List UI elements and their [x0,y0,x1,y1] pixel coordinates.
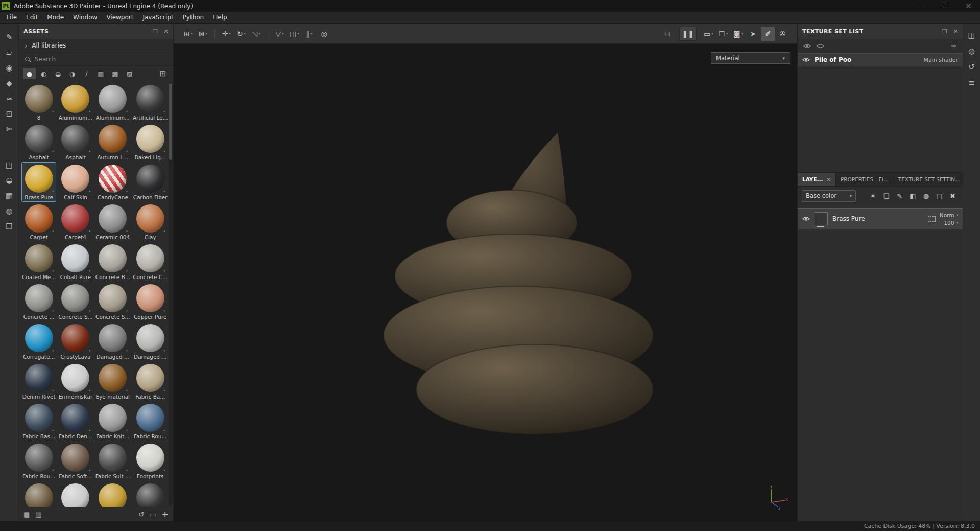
menu-item[interactable]: JavaScript [138,12,178,23]
material-item[interactable]: ⋆ Concrete ... [21,282,56,321]
material-item[interactable]: ⋆ Denim Rivet [21,361,56,401]
display-settings-icon[interactable]: ◫ [968,31,975,40]
dock-tab[interactable]: PROPERTIES - FI... ✕ [836,173,894,186]
symmetry-icon[interactable]: ◫▾ [288,27,301,41]
bucket-fill-icon[interactable]: ◧ [907,190,919,201]
menu-item[interactable]: Mode [42,12,68,23]
material-picker-tool-icon[interactable]: ✄ [2,122,17,137]
render-mode-icon[interactable]: ◍ [2,203,17,219]
float-panel-icon[interactable]: ❐ [153,28,158,35]
window-minimize-button[interactable] [910,0,933,12]
close-panel-icon[interactable]: ✕ [163,28,169,35]
geometry-mask-indicator[interactable] [928,216,936,222]
grid-view-toggle-icon[interactable]: ⊞ [157,69,169,78]
window-maximize-button[interactable] [933,0,957,12]
material-item[interactable]: ⋆ CrustyLava [58,321,93,361]
add-group-icon[interactable]: ▤ [934,190,945,201]
material-item[interactable]: ⋆ Corrugate... [21,321,56,361]
material-item[interactable]: ⋆ Copper Pure [132,282,169,321]
material-item[interactable]: ⋆ Fabric Rou... [132,401,169,441]
material-item[interactable]: ⋆ Eye material [95,361,131,401]
material-item[interactable]: ⋆ [21,481,56,507]
material-item[interactable]: ⋆ Concrete B... [95,242,131,282]
filter-alphas-icon[interactable]: ▦ [94,68,107,79]
menu-item[interactable]: Edit [21,12,42,23]
library-selector[interactable]: › All libraries [19,39,173,53]
material-item[interactable]: ⋆ Concrete S... [95,282,131,321]
shelf-panel-icon[interactable]: ❒ [2,219,17,234]
material-item[interactable]: ⋆ Asphalt [58,122,93,162]
material-item[interactable]: ⋆ Clay [132,202,169,242]
viewport-capture-icon[interactable]: ✇▾ [776,27,790,41]
material-item[interactable]: ⋆ Artificial Le... [132,82,169,122]
projection-tool-icon[interactable]: ◉ [2,60,17,76]
add-paint-layer-icon[interactable]: ✎ [894,190,905,201]
material-item[interactable]: ⋆ Cobalt Pure [58,242,93,282]
material-item[interactable]: ⋆ ErimemisKar [58,361,93,401]
history-icon[interactable]: ↺ [968,62,975,72]
brush-mode-icon[interactable]: ✐▾ [761,27,775,41]
material-item[interactable]: ⋆ [95,481,131,507]
material-item[interactable]: ⋆ Baked Lig... [132,122,169,162]
menu-item[interactable]: Window [68,12,102,23]
perspective-toggle-icon[interactable]: ⊟▾ [660,27,674,41]
list-filter-icon[interactable] [950,43,957,49]
material-item[interactable]: ⋆ Carpet4 [58,202,93,242]
add-fill-layer-icon[interactable]: ❏ [880,190,892,201]
close-panel-icon[interactable]: ✕ [953,28,958,35]
material-item[interactable]: ⋆ Damaged ... [95,321,131,361]
menu-item[interactable]: Help [208,12,231,23]
material-item[interactable]: ⋆ Carbon Fiber [132,162,169,202]
show-all-eye-icon[interactable] [803,43,811,49]
filter-brushes-icon[interactable]: ∕ [80,68,93,79]
mesh-view-icon[interactable]: ☐▾ [716,27,730,41]
window-close-button[interactable] [957,0,980,12]
details-view-toggle-icon[interactable]: ▥ [35,511,41,518]
material-item[interactable]: ⋆ Fabric Ba... [132,361,169,401]
camera-settings-icon[interactable]: ◙▾ [731,27,745,41]
material-item[interactable]: ⋆ Autumn L... [95,122,131,162]
material-view-icon[interactable]: ▭▾ [702,27,715,41]
material-item[interactable]: ⋆ [132,481,169,507]
filter-emitters-icon[interactable]: ▨ [123,68,136,79]
pointer-mode-icon[interactable]: ➤▾ [746,27,760,41]
material-item[interactable]: ⋆ Carpet [21,202,56,242]
delete-layer-icon[interactable]: ✖ [947,190,959,201]
move-icon[interactable]: ✛▾ [220,27,233,41]
list-view-toggle-icon[interactable]: ▤ [23,511,30,518]
layer-row[interactable]: Brass Pure Norm ▾ 100 ▾ [798,208,963,229]
smudge-tool-icon[interactable]: ≈ [2,91,17,106]
resources-updater-icon[interactable]: ◒ [2,173,17,188]
log-icon[interactable]: ≡ [968,78,975,87]
menu-item[interactable]: File [2,12,21,23]
filter-textures-icon[interactable]: ◑ [66,68,79,79]
pause-engine-icon[interactable]: ❚❚▾ [679,27,696,41]
dock-tab[interactable]: LAYE... ✕ [798,173,836,186]
material-item[interactable]: ⋆ Footprints [132,441,169,481]
float-panel-icon[interactable]: ❐ [942,28,947,35]
layer-thumbnail[interactable] [815,212,828,225]
material-item[interactable]: ⋆ Ceramic 004 [95,202,131,242]
material-item[interactable]: ⋆ Fabric Rou... [21,441,56,481]
import-resources-icon[interactable]: ▭ [150,511,156,518]
pile-of-poo-model[interactable] [381,130,657,436]
filter-materials-icon[interactable]: ● [23,68,36,79]
texture-set-row[interactable]: Pile of Poo Main shader [798,53,963,66]
material-item[interactable]: ⋆ Calf Skin [58,162,93,202]
eraser-tool-icon[interactable]: ▱ [2,45,17,60]
material-item[interactable]: ⋆ [58,481,93,507]
material-item[interactable]: ⋆ Fabric Knit... [95,401,131,441]
3d-viewport[interactable]: Material ▾ [174,44,797,521]
material-item[interactable]: ⋆ CandyCane [95,162,131,202]
add-effect-icon[interactable]: ✶ [867,190,879,201]
lazy-mouse-icon[interactable]: ◎▾ [317,27,331,41]
material-item[interactable]: ⋆ Asphalt [21,122,56,162]
material-item[interactable]: ⋆ Fabric Den... [58,401,93,441]
layer-opacity-dropdown[interactable]: 100 ▾ [944,220,958,226]
axis-gizmo[interactable]: Y X Z [763,484,789,510]
layer-visibility-eye-icon[interactable] [802,216,810,221]
filter-smart-masks-icon[interactable]: ◒ [52,68,64,79]
material-item[interactable]: ⋆ Fabric Suit ... [95,441,131,481]
menu-item[interactable]: Python [178,12,209,23]
material-item[interactable]: ⋆ Coated Me... [21,242,56,282]
